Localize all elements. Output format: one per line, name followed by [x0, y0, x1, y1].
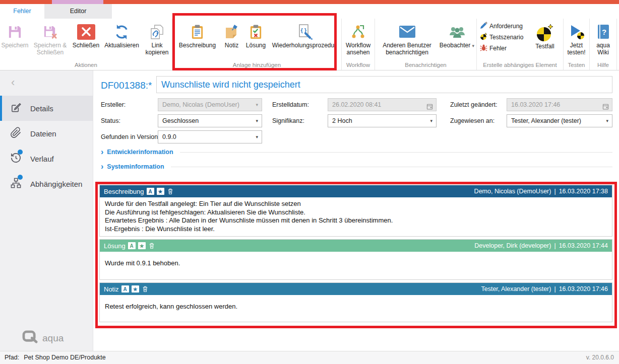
description-block: Beschreibung A ★ Demo, Nicolas (DemoUser… — [99, 185, 612, 237]
create-defect-button[interactable]: Fehler — [480, 44, 529, 53]
sidebar-item-verlauf[interactable]: Verlauf — [0, 146, 93, 171]
status-dropdown[interactable]: Geschlossen ▾ — [158, 114, 262, 127]
group-label-workflow: Workflow — [342, 61, 375, 70]
block-date: 16.03.2020 17:44 — [559, 242, 608, 249]
zuletzt-geaendert-field: 16.03.2020 17:46 — [507, 98, 612, 111]
erstelldatum-label: Erstelldatum: — [272, 98, 309, 111]
envelope-icon — [399, 22, 415, 42]
chevron-down-icon: ▾ — [256, 115, 258, 127]
solution-block-body: Wurde mit 0.9.1 behoben. — [100, 252, 612, 279]
ribbon-tab-bar: Fehler Editor — [0, 4, 619, 19]
ersteller-dropdown: Demo, Nicolas (DemoUser) ▾ — [158, 98, 262, 111]
block-date: 16.03.2020 17:46 — [559, 285, 608, 293]
trash-icon[interactable] — [142, 285, 148, 293]
section-entwicklerinformation[interactable]: › Entwicklerinformation — [101, 148, 612, 156]
clipboard-check-icon — [249, 22, 263, 42]
floppy-disk-icon — [8, 22, 22, 42]
ribbon-group-anlage: Beschreibung Notiz Lösung { } — [172, 19, 342, 70]
create-testcase-button[interactable]: Testfall — [529, 22, 561, 61]
group-label-benachrichtigen: Benachrichtigen — [375, 61, 476, 70]
section-divider — [171, 167, 612, 167]
font-format-icon[interactable]: A — [121, 285, 129, 293]
top-strip-pink-segment — [52, 0, 103, 4]
aqua-logo-icon — [22, 330, 38, 346]
version-label: v. 20.0.6.0 — [586, 351, 614, 364]
chevron-down-icon: ▾ — [256, 131, 258, 143]
block-date: 16.03.2020 17:38 — [559, 188, 608, 195]
group-label-hilfe: Hilfe — [590, 61, 616, 70]
description-block-body: Wurde für den Testfall angelegt: Ein Tie… — [100, 197, 612, 236]
trash-icon[interactable] — [149, 242, 155, 249]
ribbon-group-workflow: Workflow ansehen Workflow — [342, 19, 375, 70]
add-repro-procedure-button[interactable]: { } Wiederholungsprozedur — [269, 21, 340, 49]
create-requirement-button[interactable]: Anforderung — [480, 22, 529, 31]
note-block: Notiz A ★ Tester, Alexander (tester) | 1… — [99, 282, 612, 322]
zugewiesen-an-label: Zugewiesen an: — [450, 114, 494, 127]
observers-people-icon — [449, 22, 466, 42]
wiki-book-icon: ? — [597, 22, 610, 42]
sticky-note-pin-icon — [224, 22, 239, 42]
sidebar-collapse-chevron[interactable]: ‹ — [11, 78, 15, 88]
copy-link-button[interactable]: Link kopieren — [143, 21, 171, 56]
ribbon-group-testen: Jetzt testen! Testen — [564, 19, 590, 70]
title-input[interactable] — [156, 76, 612, 93]
refresh-icon — [114, 22, 130, 42]
view-workflow-button[interactable]: Workflow ansehen — [343, 21, 374, 56]
observers-button[interactable]: Beobachter ▾ — [439, 21, 476, 49]
bug-icon — [480, 44, 487, 53]
chevron-right-icon: › — [101, 148, 103, 156]
chevron-right-icon: › — [101, 163, 103, 171]
wiki-button[interactable]: ? aqua Wiki — [591, 21, 616, 56]
block-author: Tester, Alexander (tester) — [481, 285, 551, 293]
tab-editor[interactable]: Editor — [44, 4, 112, 19]
gefunden-in-version-dropdown[interactable]: 0.9.0 ▾ — [158, 130, 262, 143]
description-block-header: Beschreibung A ★ Demo, Nicolas (DemoUser… — [100, 185, 612, 197]
link-copy-icon — [150, 22, 164, 42]
create-testscenario-button[interactable]: Testszenario — [480, 33, 529, 42]
group-label-abhaengiges-element: Erstelle abhängiges Element — [477, 61, 563, 70]
requirement-pencil-icon — [480, 22, 487, 31]
separator: | — [554, 242, 555, 249]
run-test-button[interactable]: Jetzt testen! — [565, 21, 589, 56]
add-description-button[interactable]: Beschreibung — [174, 21, 221, 49]
status-bar: Pfad:Pet Shop Demo DE/Produkte v. 20.0.6… — [0, 351, 619, 364]
solution-block: Lösung A ★ Developer, Dirk (developer) |… — [99, 239, 612, 280]
note-block-header: Notiz A ★ Tester, Alexander (tester) | 1… — [100, 283, 612, 295]
translate-icon[interactable]: ★ — [132, 285, 139, 293]
zuletzt-geaendert-label: Zuletzt geändert: — [450, 98, 498, 111]
close-icon — [77, 22, 95, 42]
notify-user-button[interactable]: Anderen Benutzer benachrichtigen — [376, 21, 439, 56]
section-systeminformation[interactable]: › Systeminformation — [101, 163, 612, 171]
ribbon: Speichern Speichern & Schließen Schließe… — [0, 19, 619, 70]
translate-icon[interactable]: ★ — [157, 188, 164, 195]
block-author: Demo, Nicolas (DemoUser) — [474, 188, 551, 195]
group-label-testen: Testen — [564, 61, 589, 70]
workflow-graph-icon — [350, 22, 366, 42]
font-format-icon[interactable]: A — [128, 242, 136, 249]
gefunden-in-version-label: Gefunden in Version: — [101, 130, 160, 143]
erstelldatum-field: 26.02.2020 08:41 — [328, 98, 437, 111]
solution-block-header: Lösung A ★ Developer, Dirk (developer) |… — [100, 240, 612, 252]
verlauf-badge — [18, 150, 23, 155]
refresh-button[interactable]: Aktualisieren — [101, 21, 143, 49]
ribbon-group-benachrichtigen: Anderen Benutzer benachrichtigen Beobach… — [375, 19, 477, 70]
tab-fehler[interactable]: Fehler — [0, 4, 44, 19]
signifikanz-dropdown[interactable]: 2 Hoch ▾ — [328, 114, 437, 127]
path-display: Pfad:Pet Shop Demo DE/Produkte — [5, 351, 106, 364]
note-block-body: Retest erfolgreich, kann geschlossen wer… — [100, 295, 612, 322]
save-button: Speichern — [1, 21, 29, 49]
trash-icon[interactable] — [167, 188, 173, 195]
add-note-button[interactable]: Notiz — [221, 21, 243, 49]
chevron-down-icon: ▾ — [472, 43, 475, 48]
translate-icon[interactable]: ★ — [138, 242, 146, 249]
add-solution-button[interactable]: Lösung — [243, 21, 269, 49]
sidebar-item-abhaengigkeiten[interactable]: Abhängigkeiten — [0, 171, 93, 196]
zugewiesen-an-dropdown[interactable]: Tester, Alexander (tester) ▾ — [507, 114, 612, 127]
sidebar-item-dateien[interactable]: Dateien — [0, 121, 93, 146]
sidebar: ‹ Details Dateien Verlauf — [0, 70, 93, 351]
section-divider — [180, 152, 612, 153]
close-button[interactable]: Schließen — [72, 21, 101, 49]
font-format-icon[interactable]: A — [147, 188, 154, 195]
sidebar-item-details[interactable]: Details — [0, 96, 93, 121]
edit-icon — [10, 102, 22, 115]
